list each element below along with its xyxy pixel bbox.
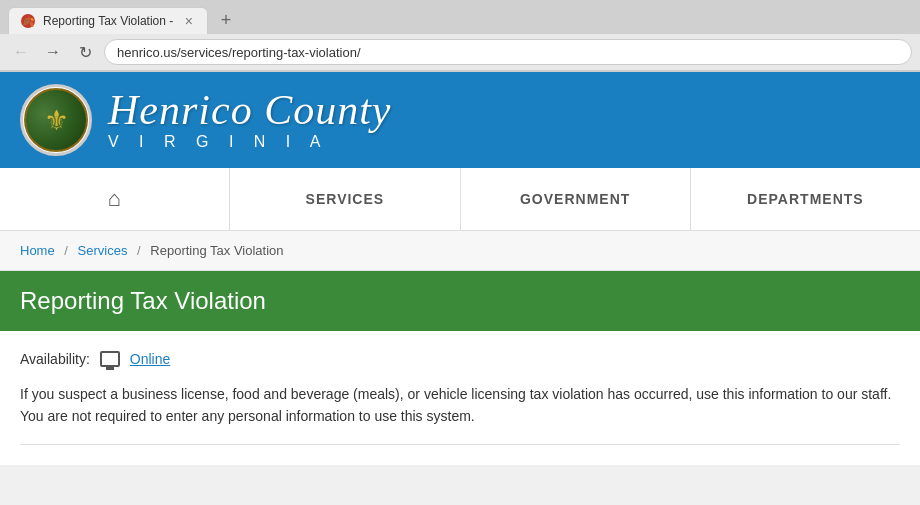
nav-services-label: SERVICES — [306, 191, 385, 207]
back-button[interactable]: ← — [8, 39, 34, 65]
tab-close-button[interactable]: × — [183, 13, 195, 29]
breadcrumb-current: Reporting Tax Violation — [150, 243, 283, 258]
page-title-bar: Reporting Tax Violation — [0, 271, 920, 331]
state-name: V I R G I N I A — [108, 133, 391, 151]
nav-government-label: GOVERNMENT — [520, 191, 630, 207]
site-nav: ⌂ SERVICES GOVERNMENT DEPARTMENTS — [0, 168, 920, 231]
content-area: Availability: Online If you suspect a bu… — [0, 331, 920, 465]
nav-departments[interactable]: DEPARTMENTS — [691, 168, 920, 230]
address-bar[interactable] — [104, 39, 912, 65]
county-seal — [20, 84, 92, 156]
new-tab-button[interactable]: + — [212, 6, 240, 34]
nav-bar: ← → ↻ — [0, 34, 920, 71]
tab-bar: Reporting Tax Violation - × + — [0, 0, 920, 34]
availability-row: Availability: Online — [20, 351, 900, 367]
breadcrumb-home[interactable]: Home — [20, 243, 55, 258]
content-divider — [20, 444, 900, 445]
breadcrumb: Home / Services / Reporting Tax Violatio… — [0, 231, 920, 271]
breadcrumb-sep-2: / — [137, 243, 141, 258]
page-title: Reporting Tax Violation — [20, 287, 900, 315]
content-description: If you suspect a business license, food … — [20, 383, 900, 428]
county-name: Henrico County — [108, 89, 391, 131]
home-icon: ⌂ — [107, 186, 121, 212]
breadcrumb-sep-1: / — [64, 243, 68, 258]
active-tab[interactable]: Reporting Tax Violation - × — [8, 7, 208, 34]
availability-status[interactable]: Online — [130, 351, 170, 367]
browser-chrome: Reporting Tax Violation - × + ← → ↻ — [0, 0, 920, 72]
tab-favicon — [21, 14, 35, 28]
site-content: Henrico County V I R G I N I A ⌂ SERVICE… — [0, 72, 920, 465]
refresh-button[interactable]: ↻ — [72, 39, 98, 65]
nav-departments-label: DEPARTMENTS — [747, 191, 864, 207]
breadcrumb-services[interactable]: Services — [78, 243, 128, 258]
header-text-group: Henrico County V I R G I N I A — [108, 89, 391, 151]
site-header: Henrico County V I R G I N I A — [0, 72, 920, 168]
forward-button[interactable]: → — [40, 39, 66, 65]
nav-government[interactable]: GOVERNMENT — [461, 168, 691, 230]
seal-inner — [24, 88, 88, 152]
availability-label: Availability: — [20, 351, 90, 367]
nav-services[interactable]: SERVICES — [230, 168, 460, 230]
tab-title: Reporting Tax Violation - — [43, 14, 175, 28]
monitor-icon — [100, 351, 120, 367]
nav-home[interactable]: ⌂ — [0, 168, 230, 230]
